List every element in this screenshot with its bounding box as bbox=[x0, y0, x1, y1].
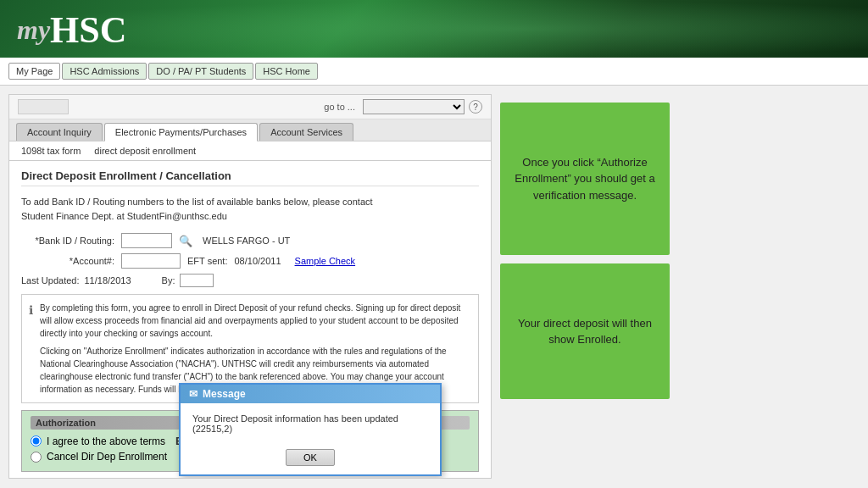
tab-account-services[interactable]: Account Services bbox=[259, 123, 353, 141]
radio-cancel[interactable] bbox=[31, 452, 42, 463]
nav-do-pa-pt[interactable]: DO / PA/ PT Students bbox=[148, 63, 253, 80]
subtab-bar: 1098t tax form direct deposit enrollment bbox=[9, 141, 491, 161]
agreement-text-1: By completing this form, you agree to en… bbox=[40, 302, 471, 340]
tab-account-inquiry[interactable]: Account Inquiry bbox=[16, 123, 103, 141]
callout-2-text: Your direct deposit will then show Enrol… bbox=[510, 315, 659, 348]
account-input[interactable] bbox=[121, 253, 181, 269]
logo-hsc: HSC bbox=[50, 9, 126, 51]
callout-1-text: Once you click “Authorize Enrollment” yo… bbox=[510, 154, 659, 204]
eft-sent-label: EFT sent: bbox=[187, 256, 227, 266]
last-updated-date: 11/18/2013 bbox=[85, 275, 131, 286]
radio-agree[interactable] bbox=[31, 435, 42, 446]
message-dialog-body: Your Direct Deposit information has been… bbox=[181, 403, 440, 444]
form-panel: go to ... ? Account Inquiry Electronic P… bbox=[8, 94, 492, 479]
callout-box-1: Once you click “Authorize Enrollment” yo… bbox=[500, 103, 670, 255]
nav-hsc-home[interactable]: HSC Home bbox=[255, 63, 318, 80]
main-content: go to ... ? Account Inquiry Electronic P… bbox=[0, 86, 868, 487]
last-updated-row: Last Updated: 11/18/2013 By: bbox=[21, 274, 479, 287]
agreement-text: By completing this form, you agree to en… bbox=[40, 302, 471, 396]
subtab-direct-deposit[interactable]: direct deposit enrollment bbox=[89, 144, 201, 158]
logo-my: my bbox=[17, 14, 50, 45]
last-updated-label: Last Updated: bbox=[21, 275, 80, 286]
form-title: Direct Deposit Enrollment / Cancellation bbox=[21, 169, 479, 186]
message-dialog-footer: OK bbox=[181, 444, 440, 474]
message-dialog-text: Your Direct Deposit information has been… bbox=[192, 413, 398, 434]
tab-bar: Account Inquiry Electronic Payments/Purc… bbox=[9, 119, 491, 141]
bank-id-label: *Bank ID / Routing: bbox=[21, 236, 114, 246]
bank-name: WELLS FARGO - UT bbox=[203, 236, 290, 246]
ok-button[interactable]: OK bbox=[286, 449, 335, 466]
nav-my-page[interactable]: My Page bbox=[8, 63, 60, 80]
navbar: My Page HSC Admissions DO / PA/ PT Stude… bbox=[0, 58, 868, 86]
callouts: Once you click “Authorize Enrollment” yo… bbox=[500, 94, 670, 479]
callout-box-2: Your direct deposit will then show Enrol… bbox=[500, 263, 670, 399]
goto-select[interactable] bbox=[363, 99, 465, 114]
bank-id-input[interactable] bbox=[121, 233, 172, 248]
info-icon: ℹ bbox=[29, 302, 33, 396]
form-info-line2: Student Finance Dept. at StudentFin@unth… bbox=[21, 211, 227, 221]
search-icon[interactable]: 🔍 bbox=[179, 235, 192, 247]
subtab-1098t[interactable]: 1098t tax form bbox=[16, 144, 86, 158]
header: myHSC bbox=[0, 0, 868, 58]
message-dialog: ✉ Message Your Direct Deposit informatio… bbox=[179, 383, 442, 476]
sample-check-link[interactable]: Sample Check bbox=[295, 256, 356, 266]
account-label: *Account#: bbox=[21, 256, 114, 266]
logo: myHSC bbox=[17, 6, 127, 52]
tab-electronic-payments[interactable]: Electronic Payments/Purchases bbox=[104, 123, 258, 141]
account-row: *Account#: EFT sent: 08/10/2011 Sample C… bbox=[21, 253, 479, 269]
by-label: By: bbox=[162, 275, 175, 286]
radio-cancel-label: Cancel Dir Dep Enrollment bbox=[47, 451, 167, 463]
form-info: To add Bank ID / Routing numbers to the … bbox=[21, 195, 479, 223]
nav-hsc-admissions[interactable]: HSC Admissions bbox=[62, 63, 147, 80]
goto-help-icon[interactable]: ? bbox=[469, 100, 482, 114]
form-info-line1: To add Bank ID / Routing numbers to the … bbox=[21, 197, 373, 207]
bank-id-row: *Bank ID / Routing: 🔍 WELLS FARGO - UT bbox=[21, 233, 479, 248]
form-id-field[interactable] bbox=[18, 99, 69, 114]
message-dialog-title: Message bbox=[203, 388, 246, 400]
message-icon: ✉ bbox=[189, 388, 198, 400]
form-topbar: go to ... ? bbox=[9, 95, 491, 119]
goto-label: go to ... bbox=[324, 102, 355, 112]
message-dialog-header: ✉ Message bbox=[181, 385, 440, 403]
by-input[interactable] bbox=[180, 274, 214, 287]
eft-sent-date: 08/10/2011 bbox=[234, 256, 281, 266]
radio-agree-label: I agree to the above terms bbox=[47, 435, 165, 447]
